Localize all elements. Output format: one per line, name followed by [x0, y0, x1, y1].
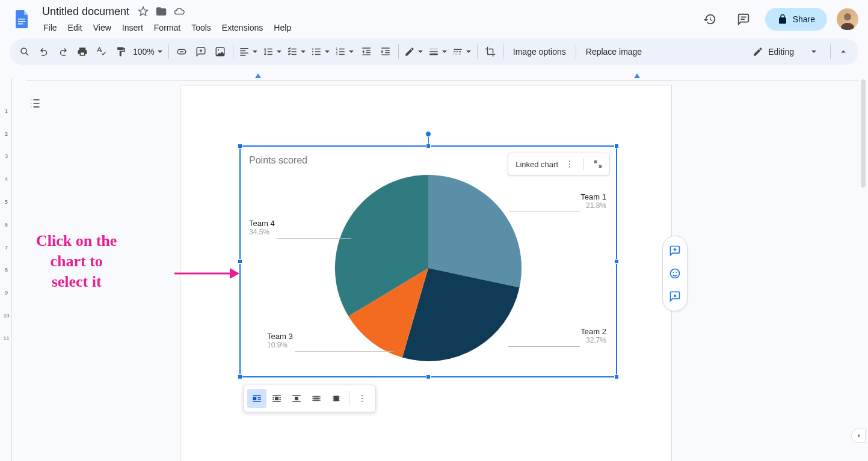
svg-point-9	[312, 51, 313, 52]
border-dash-dropdown[interactable]	[451, 43, 473, 61]
svg-rect-1	[18, 21, 25, 22]
document-page[interactable]: Points scored Team 1 21.8%	[180, 85, 671, 461]
suggest-edits-side-icon[interactable]	[664, 285, 686, 307]
wrap-text-icon[interactable]	[267, 389, 286, 408]
move-icon[interactable]	[156, 6, 167, 17]
chart-label-team4: Team 4 34.5%	[249, 219, 275, 236]
pencil-icon	[753, 46, 763, 57]
align-dropdown[interactable]	[237, 43, 260, 61]
svg-rect-0	[18, 19, 25, 20]
menu-insert[interactable]: Insert	[117, 20, 148, 35]
svg-point-24	[362, 401, 363, 402]
crop-icon[interactable]	[481, 43, 499, 61]
pie-chart	[332, 172, 525, 364]
print-icon[interactable]	[73, 43, 91, 61]
menu-tools[interactable]: Tools	[186, 20, 216, 35]
border-color-dropdown[interactable]	[402, 43, 425, 61]
checklist-dropdown[interactable]	[285, 43, 308, 61]
star-icon[interactable]	[138, 6, 149, 17]
rotate-handle[interactable]	[425, 131, 431, 137]
toolbar: 100% 123 Image options Replace image Edi…	[10, 38, 858, 65]
svg-point-4	[841, 23, 854, 30]
svg-point-3	[844, 13, 851, 20]
chart-label-team3: Team 3 10.9%	[267, 332, 293, 349]
zoom-dropdown[interactable]: 100%	[131, 43, 165, 61]
caret-down-icon	[811, 49, 817, 55]
menu-file[interactable]: File	[38, 20, 62, 35]
vertical-ruler: 12 345 678 91011	[1, 78, 12, 461]
linked-chart-more-icon[interactable]	[561, 157, 579, 171]
user-avatar[interactable]	[837, 8, 858, 30]
share-label: Share	[793, 14, 815, 24]
chart-label-team1: Team 1 21.8%	[580, 192, 606, 210]
menu-edit[interactable]: Edit	[63, 20, 87, 35]
menu-extensions[interactable]: Extensions	[217, 20, 268, 35]
menu-view[interactable]: View	[88, 20, 116, 35]
chart-label-team2: Team 2 32.7%	[580, 327, 606, 344]
inline-position-icon[interactable]	[247, 389, 266, 408]
decrease-indent-icon[interactable]	[357, 43, 375, 61]
svg-rect-17	[253, 397, 256, 400]
bulleted-list-dropdown[interactable]	[309, 43, 332, 61]
right-indent-marker[interactable]	[634, 73, 640, 78]
replace-image-button[interactable]: Replace image	[580, 47, 648, 56]
share-button[interactable]: Share	[765, 8, 827, 31]
linked-chart-label[interactable]: Linked chart	[516, 160, 558, 169]
svg-rect-19	[295, 397, 298, 400]
insert-link-icon[interactable]	[173, 43, 191, 61]
spellcheck-icon[interactable]	[93, 43, 111, 61]
svg-text:3: 3	[336, 53, 337, 56]
border-weight-dropdown[interactable]	[426, 43, 449, 61]
behind-text-icon[interactable]	[307, 389, 326, 408]
undo-icon[interactable]	[35, 43, 53, 61]
svg-point-22	[362, 395, 363, 396]
add-emoji-side-icon[interactable]	[664, 263, 686, 284]
add-comment-icon[interactable]	[192, 43, 210, 61]
break-text-icon[interactable]	[287, 389, 306, 408]
linked-chart-chip: Linked chart	[508, 153, 610, 176]
left-indent-marker[interactable]	[255, 73, 261, 78]
svg-rect-18	[275, 397, 279, 400]
paint-format-icon[interactable]	[112, 43, 130, 61]
caret-down-icon	[157, 49, 163, 55]
redo-icon[interactable]	[54, 43, 72, 61]
svg-point-27	[676, 272, 677, 273]
image-position-toolbar	[243, 385, 376, 412]
scrollbar-thumb[interactable]	[861, 79, 866, 188]
annotation-arrow-icon	[174, 264, 241, 282]
svg-rect-21	[334, 396, 339, 401]
history-icon[interactable]	[698, 7, 722, 31]
title-area: Untitled document File Edit View Insert …	[38, 4, 698, 35]
menu-help[interactable]: Help	[269, 20, 296, 35]
svg-point-10	[312, 53, 313, 55]
chart-container[interactable]: Points scored Team 1 21.8%	[239, 145, 617, 377]
menu-format[interactable]: Format	[149, 20, 185, 35]
svg-point-14	[569, 160, 570, 162]
line-spacing-dropdown[interactable]	[261, 43, 284, 61]
infront-text-icon[interactable]	[327, 389, 346, 408]
numbered-list-dropdown[interactable]: 123	[333, 43, 356, 61]
cloud-icon[interactable]	[174, 6, 185, 17]
editing-mode-dropdown[interactable]: Editing	[748, 44, 822, 60]
svg-point-23	[362, 398, 363, 399]
increase-indent-icon[interactable]	[377, 43, 395, 61]
svg-point-26	[673, 272, 674, 273]
docs-logo[interactable]	[10, 7, 34, 31]
svg-point-25	[671, 269, 680, 278]
document-title[interactable]: Untitled document	[38, 4, 133, 19]
unlink-icon[interactable]	[589, 157, 607, 171]
add-comment-side-icon[interactable]	[664, 240, 686, 261]
search-menus-icon[interactable]	[16, 43, 34, 61]
collapse-toolbar-icon[interactable]	[834, 43, 852, 61]
image-more-icon[interactable]	[352, 389, 372, 408]
svg-point-7	[218, 49, 219, 50]
image-options-button[interactable]: Image options	[507, 47, 572, 56]
svg-point-8	[312, 48, 313, 49]
svg-rect-2	[18, 23, 23, 25]
insert-image-icon[interactable]	[211, 43, 229, 61]
app-header: Untitled document File Edit View Insert …	[0, 0, 868, 34]
side-comment-panel	[662, 236, 688, 311]
lock-icon	[777, 14, 788, 25]
vertical-scrollbar[interactable]	[861, 79, 867, 455]
comments-icon[interactable]	[731, 7, 756, 31]
